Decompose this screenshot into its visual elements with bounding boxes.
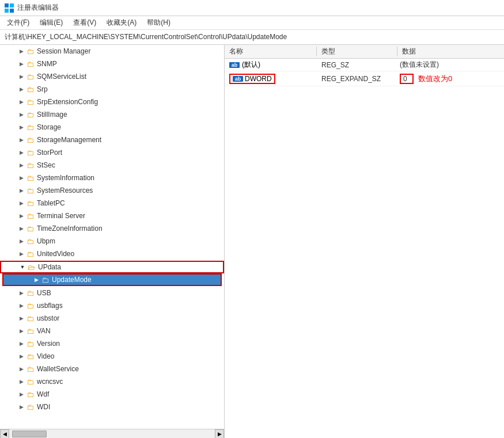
tree-item-tabletpc[interactable]: ▶ 🗀 TabletPC xyxy=(0,197,224,210)
folder-icon-wdf: 🗀 xyxy=(25,390,35,399)
menu-view[interactable]: 查看(V) xyxy=(69,17,101,29)
folder-icon-ubpm: 🗀 xyxy=(25,237,35,246)
tree-panel: ▶ 🗀 Session Manager ▶ 🗀 SNMP ▶ 🗀 SQMServ… xyxy=(0,45,225,438)
folder-icon-version: 🗀 xyxy=(25,339,35,348)
folder-icon-stsec: 🗀 xyxy=(25,161,35,170)
cell-type-default: REG_SZ xyxy=(317,61,397,69)
folder-icon-stillimage: 🗀 xyxy=(25,110,35,119)
tree-item-stillimage[interactable]: ▶ 🗀 StillImage xyxy=(0,108,224,121)
folder-icon-updatemode: 🗀 xyxy=(40,275,50,284)
cell-name-label-dword: DWORD xyxy=(245,75,272,83)
tree-item-srpextensionconfig[interactable]: ▶ 🗀 SrpExtensionConfig xyxy=(0,96,224,108)
tree-item-systemresources[interactable]: ▶ 🗀 SystemResources xyxy=(0,184,224,197)
address-bar[interactable]: 计算机\HKEY_LOCAL_MACHINE\SYSTEM\CurrentCon… xyxy=(0,30,504,45)
hscroll-right-arrow[interactable]: ▶ xyxy=(215,429,224,439)
col-header-name: 名称 xyxy=(225,47,317,56)
table-row-dword[interactable]: ab DWORD REG_EXPAND_SZ 0 数值改为0 xyxy=(225,71,504,86)
tree-label-session-manager: Session Manager xyxy=(37,47,90,55)
folder-icon-sqmservicelist: 🗀 xyxy=(25,72,35,81)
tree-scroll[interactable]: ▶ 🗀 Session Manager ▶ 🗀 SNMP ▶ 🗀 SQMServ… xyxy=(0,45,224,429)
hscroll-left-arrow[interactable]: ◀ xyxy=(0,429,9,439)
menu-edit[interactable]: 编辑(E) xyxy=(35,17,67,29)
expand-arrow-storage: ▶ xyxy=(17,124,25,130)
tree-item-walletservice[interactable]: ▶ 🗀 WalletService xyxy=(0,363,224,375)
tree-item-usbflags[interactable]: ▶ 🗀 usbflags xyxy=(0,299,224,312)
tree-item-usbstor[interactable]: ▶ 🗀 usbstor xyxy=(0,312,224,325)
cell-name-default: ab (默认) xyxy=(225,60,317,70)
menu-file[interactable]: 文件(F) xyxy=(2,17,34,29)
menu-favorites[interactable]: 收藏夹(A) xyxy=(102,17,141,29)
tree-label-updata: UPdata xyxy=(38,263,61,271)
tree-label-updatemode: UpdateMode xyxy=(52,276,92,284)
title-text: 注册表编辑器 xyxy=(17,3,59,13)
folder-icon-srp: 🗀 xyxy=(25,85,35,94)
tree-label-storport: StorPort xyxy=(37,148,62,157)
folder-icon-tabletpc: 🗀 xyxy=(25,199,35,208)
tree-item-updata[interactable]: ▼ 🗁 UPdata xyxy=(0,261,224,273)
tree-item-updatemode[interactable]: ▶ 🗀 UpdateMode xyxy=(2,273,222,286)
tree-item-sqmservicelist[interactable]: ▶ 🗀 SQMServiceList xyxy=(0,70,224,83)
tree-label-video: Video xyxy=(37,352,54,360)
folder-icon-timezoneinformation: 🗀 xyxy=(25,224,35,233)
expand-arrow-systeminformation: ▶ xyxy=(17,175,25,181)
tree-item-storport[interactable]: ▶ 🗀 StorPort xyxy=(0,146,224,159)
tree-label-storagemanagement: StorageManagement xyxy=(37,136,101,144)
tree-label-wcncsvc: wcncsvc xyxy=(37,378,63,386)
tree-item-usb[interactable]: ▶ 🗀 USB xyxy=(0,287,224,299)
tree-item-stsec[interactable]: ▶ 🗀 StSec xyxy=(0,159,224,172)
expand-arrow-timezoneinformation: ▶ xyxy=(17,226,25,231)
folder-icon-usbstor: 🗀 xyxy=(25,314,35,323)
svg-rect-3 xyxy=(10,9,14,13)
folder-icon-walletservice: 🗀 xyxy=(25,364,35,374)
main-container: ▶ 🗀 Session Manager ▶ 🗀 SNMP ▶ 🗀 SQMServ… xyxy=(0,45,504,438)
tree-item-systeminformation[interactable]: ▶ 🗀 SystemInformation xyxy=(0,172,224,184)
folder-icon-storage: 🗀 xyxy=(25,123,35,132)
tree-item-video[interactable]: ▶ 🗀 Video xyxy=(0,350,224,363)
tree-item-version[interactable]: ▶ 🗀 Version xyxy=(0,337,224,350)
table-row-default[interactable]: ab (默认) REG_SZ (数值未设置) xyxy=(225,59,504,71)
tree-item-terminal-server[interactable]: ▶ 🗀 Terminal Server xyxy=(0,210,224,222)
folder-icon-session-manager: 🗀 xyxy=(25,47,35,56)
table-body: ab (默认) REG_SZ (数值未设置) ab DWORD REG_EXPA… xyxy=(225,59,504,438)
svg-rect-2 xyxy=(5,9,9,13)
tree-label-srp: Srp xyxy=(37,85,48,93)
tree-item-timezoneinformation[interactable]: ▶ 🗀 TimeZoneInformation xyxy=(0,222,224,235)
tree-label-timezoneinformation: TimeZoneInformation xyxy=(37,224,103,233)
hscroll-thumb[interactable] xyxy=(12,431,47,437)
expand-arrow-session-manager: ▶ xyxy=(17,48,25,54)
folder-icon-updata: 🗁 xyxy=(26,262,36,272)
tree-item-wdi[interactable]: ▶ 🗀 WDI xyxy=(0,401,224,413)
tree-label-unitedvideo: UnitedVideo xyxy=(37,250,74,258)
expand-arrow-version: ▶ xyxy=(17,341,25,346)
tree-label-van: VAN xyxy=(37,327,51,335)
expand-arrow-systemresources: ▶ xyxy=(17,188,25,193)
tree-item-storage[interactable]: ▶ 🗀 Storage xyxy=(0,121,224,134)
tree-item-storagemanagement[interactable]: ▶ 🗀 StorageManagement xyxy=(0,134,224,146)
address-text: 计算机\HKEY_LOCAL_MACHINE\SYSTEM\CurrentCon… xyxy=(5,32,287,42)
tree-item-session-manager[interactable]: ▶ 🗀 Session Manager xyxy=(0,45,224,58)
tree-item-unitedvideo[interactable]: ▶ 🗀 UnitedVideo xyxy=(0,247,224,260)
hscroll-track[interactable] xyxy=(9,429,215,439)
expand-arrow-stillimage: ▶ xyxy=(17,112,25,117)
folder-icon-wdi: 🗀 xyxy=(25,402,35,412)
tree-label-wdf: Wdf xyxy=(37,390,49,398)
annotation-text: 数值改为0 xyxy=(418,74,452,84)
menu-help[interactable]: 帮助(H) xyxy=(142,17,175,29)
tree-item-ubpm[interactable]: ▶ 🗀 Ubpm xyxy=(0,235,224,247)
cell-type-dword: REG_EXPAND_SZ xyxy=(317,75,397,83)
folder-icon-snmp: 🗀 xyxy=(25,59,35,68)
folder-icon-usb: 🗀 xyxy=(25,288,35,298)
tree-label-usbflags: usbflags xyxy=(37,302,63,310)
tree-item-wcncsvc[interactable]: ▶ 🗀 wcncsvc xyxy=(0,375,224,388)
tree-item-srp[interactable]: ▶ 🗀 Srp xyxy=(0,83,224,96)
tree-hscrollbar[interactable]: ◀ ▶ xyxy=(0,429,224,438)
tree-item-wdf[interactable]: ▶ 🗀 Wdf xyxy=(0,388,224,401)
tree-label-systemresources: SystemResources xyxy=(37,186,93,195)
expand-arrow-tabletpc: ▶ xyxy=(17,200,25,206)
tree-item-van[interactable]: ▶ 🗀 VAN xyxy=(0,325,224,337)
tree-label-usb: USB xyxy=(37,289,51,297)
tree-item-snmp[interactable]: ▶ 🗀 SNMP xyxy=(0,58,224,70)
dword-value: 0 xyxy=(400,74,414,84)
expand-arrow-srp: ▶ xyxy=(17,86,25,92)
expand-arrow-ubpm: ▶ xyxy=(17,238,25,244)
